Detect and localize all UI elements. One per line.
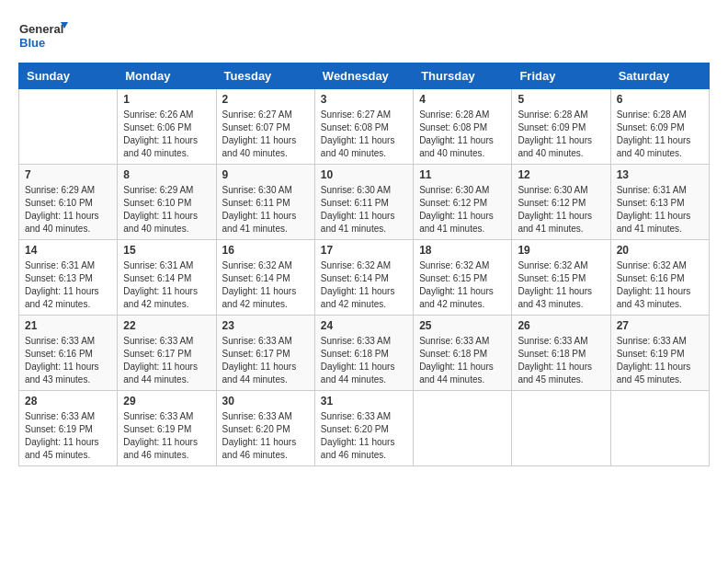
day-info: Sunrise: 6:33 AM Sunset: 6:16 PM Dayligh… (25, 335, 111, 386)
logo-svg: General Blue (18, 18, 69, 55)
weekday-header-thursday: Thursday (414, 63, 512, 89)
header: General Blue (18, 18, 710, 55)
day-number: 15 (123, 244, 210, 257)
day-info: Sunrise: 6:31 AM Sunset: 6:13 PM Dayligh… (617, 184, 703, 236)
day-info: Sunrise: 6:30 AM Sunset: 6:12 PM Dayligh… (419, 184, 506, 236)
calendar-cell: 14Sunrise: 6:31 AM Sunset: 6:13 PM Dayli… (19, 240, 118, 316)
svg-text:Blue: Blue (19, 36, 45, 50)
day-info: Sunrise: 6:28 AM Sunset: 6:08 PM Dayligh… (419, 109, 506, 160)
day-number: 16 (222, 244, 309, 257)
day-info: Sunrise: 6:33 AM Sunset: 6:18 PM Dayligh… (321, 335, 407, 386)
calendar-cell: 27Sunrise: 6:33 AM Sunset: 6:19 PM Dayli… (610, 316, 709, 391)
day-info: Sunrise: 6:27 AM Sunset: 6:07 PM Dayligh… (222, 109, 309, 160)
day-number: 14 (25, 244, 111, 257)
calendar-week-row: 21Sunrise: 6:33 AM Sunset: 6:16 PM Dayli… (19, 316, 710, 391)
day-number: 25 (419, 319, 506, 332)
day-number: 19 (518, 244, 604, 257)
calendar-cell: 15Sunrise: 6:31 AM Sunset: 6:14 PM Dayli… (118, 240, 216, 316)
calendar-cell: 20Sunrise: 6:32 AM Sunset: 6:16 PM Dayli… (610, 240, 709, 316)
day-number: 11 (419, 168, 506, 181)
day-info: Sunrise: 6:33 AM Sunset: 6:17 PM Dayligh… (222, 335, 309, 386)
day-number: 1 (123, 93, 210, 106)
calendar-cell: 28Sunrise: 6:33 AM Sunset: 6:19 PM Dayli… (19, 391, 118, 466)
calendar-cell: 26Sunrise: 6:33 AM Sunset: 6:18 PM Dayli… (512, 316, 610, 391)
calendar-table: SundayMondayTuesdayWednesdayThursdayFrid… (18, 63, 710, 466)
weekday-header-tuesday: Tuesday (216, 63, 314, 89)
calendar-cell: 21Sunrise: 6:33 AM Sunset: 6:16 PM Dayli… (19, 316, 118, 391)
weekday-header-wednesday: Wednesday (314, 63, 413, 89)
day-info: Sunrise: 6:30 AM Sunset: 6:12 PM Dayligh… (518, 184, 604, 236)
day-number: 21 (25, 319, 111, 332)
calendar-cell: 22Sunrise: 6:33 AM Sunset: 6:17 PM Dayli… (118, 316, 216, 391)
calendar-cell: 9Sunrise: 6:30 AM Sunset: 6:11 PM Daylig… (216, 165, 314, 240)
calendar-cell: 7Sunrise: 6:29 AM Sunset: 6:10 PM Daylig… (19, 165, 118, 240)
day-number: 27 (617, 319, 703, 332)
day-info: Sunrise: 6:30 AM Sunset: 6:11 PM Dayligh… (222, 184, 309, 236)
weekday-header-row: SundayMondayTuesdayWednesdayThursdayFrid… (19, 63, 710, 89)
day-number: 6 (617, 93, 703, 106)
calendar-cell (19, 89, 118, 165)
calendar-cell: 6Sunrise: 6:28 AM Sunset: 6:09 PM Daylig… (610, 89, 709, 165)
calendar-cell: 29Sunrise: 6:33 AM Sunset: 6:19 PM Dayli… (118, 391, 216, 466)
day-number: 20 (617, 244, 703, 257)
calendar-cell: 19Sunrise: 6:32 AM Sunset: 6:15 PM Dayli… (512, 240, 610, 316)
day-number: 28 (25, 395, 111, 408)
calendar-cell: 25Sunrise: 6:33 AM Sunset: 6:18 PM Dayli… (414, 316, 512, 391)
day-number: 4 (419, 93, 506, 106)
weekday-header-friday: Friday (512, 63, 610, 89)
day-number: 5 (518, 93, 604, 106)
day-info: Sunrise: 6:33 AM Sunset: 6:18 PM Dayligh… (518, 335, 604, 386)
day-number: 13 (617, 168, 703, 181)
day-info: Sunrise: 6:33 AM Sunset: 6:19 PM Dayligh… (25, 410, 111, 462)
day-info: Sunrise: 6:29 AM Sunset: 6:10 PM Dayligh… (25, 184, 111, 236)
day-number: 10 (321, 168, 407, 181)
calendar-cell (512, 391, 610, 466)
weekday-header-saturday: Saturday (610, 63, 709, 89)
day-number: 23 (222, 319, 309, 332)
weekday-header-monday: Monday (118, 63, 216, 89)
day-info: Sunrise: 6:33 AM Sunset: 6:19 PM Dayligh… (617, 335, 703, 386)
day-info: Sunrise: 6:32 AM Sunset: 6:16 PM Dayligh… (617, 259, 703, 311)
calendar-cell: 11Sunrise: 6:30 AM Sunset: 6:12 PM Dayli… (414, 165, 512, 240)
calendar-cell: 16Sunrise: 6:32 AM Sunset: 6:14 PM Dayli… (216, 240, 314, 316)
logo: General Blue (18, 18, 69, 55)
calendar-week-row: 14Sunrise: 6:31 AM Sunset: 6:13 PM Dayli… (19, 240, 710, 316)
day-info: Sunrise: 6:28 AM Sunset: 6:09 PM Dayligh… (617, 109, 703, 160)
calendar-cell (414, 391, 512, 466)
day-info: Sunrise: 6:33 AM Sunset: 6:17 PM Dayligh… (123, 335, 210, 386)
day-info: Sunrise: 6:27 AM Sunset: 6:08 PM Dayligh… (321, 109, 407, 160)
day-number: 7 (25, 168, 111, 181)
calendar-cell: 1Sunrise: 6:26 AM Sunset: 6:06 PM Daylig… (118, 89, 216, 165)
calendar-cell: 4Sunrise: 6:28 AM Sunset: 6:08 PM Daylig… (414, 89, 512, 165)
day-number: 17 (321, 244, 407, 257)
calendar-cell: 10Sunrise: 6:30 AM Sunset: 6:11 PM Dayli… (314, 165, 413, 240)
day-info: Sunrise: 6:31 AM Sunset: 6:14 PM Dayligh… (123, 259, 210, 311)
calendar-cell: 31Sunrise: 6:33 AM Sunset: 6:20 PM Dayli… (314, 391, 413, 466)
calendar-week-row: 1Sunrise: 6:26 AM Sunset: 6:06 PM Daylig… (19, 89, 710, 165)
day-info: Sunrise: 6:32 AM Sunset: 6:15 PM Dayligh… (518, 259, 604, 311)
day-number: 8 (123, 168, 210, 181)
day-number: 22 (123, 319, 210, 332)
day-number: 31 (321, 395, 407, 408)
day-number: 9 (222, 168, 309, 181)
day-info: Sunrise: 6:32 AM Sunset: 6:14 PM Dayligh… (222, 259, 309, 311)
calendar-cell: 17Sunrise: 6:32 AM Sunset: 6:14 PM Dayli… (314, 240, 413, 316)
day-info: Sunrise: 6:33 AM Sunset: 6:20 PM Dayligh… (222, 410, 309, 462)
day-info: Sunrise: 6:32 AM Sunset: 6:14 PM Dayligh… (321, 259, 407, 311)
calendar-cell: 3Sunrise: 6:27 AM Sunset: 6:08 PM Daylig… (314, 89, 413, 165)
day-number: 26 (518, 319, 604, 332)
day-number: 18 (419, 244, 506, 257)
svg-text:General: General (19, 22, 63, 36)
day-info: Sunrise: 6:33 AM Sunset: 6:19 PM Dayligh… (123, 410, 210, 462)
calendar-cell: 2Sunrise: 6:27 AM Sunset: 6:07 PM Daylig… (216, 89, 314, 165)
calendar-week-row: 28Sunrise: 6:33 AM Sunset: 6:19 PM Dayli… (19, 391, 710, 466)
calendar-cell: 5Sunrise: 6:28 AM Sunset: 6:09 PM Daylig… (512, 89, 610, 165)
day-number: 30 (222, 395, 309, 408)
weekday-header-sunday: Sunday (19, 63, 118, 89)
day-number: 3 (321, 93, 407, 106)
day-info: Sunrise: 6:28 AM Sunset: 6:09 PM Dayligh… (518, 109, 604, 160)
day-number: 24 (321, 319, 407, 332)
calendar-cell: 13Sunrise: 6:31 AM Sunset: 6:13 PM Dayli… (610, 165, 709, 240)
day-info: Sunrise: 6:32 AM Sunset: 6:15 PM Dayligh… (419, 259, 506, 311)
calendar-cell: 23Sunrise: 6:33 AM Sunset: 6:17 PM Dayli… (216, 316, 314, 391)
